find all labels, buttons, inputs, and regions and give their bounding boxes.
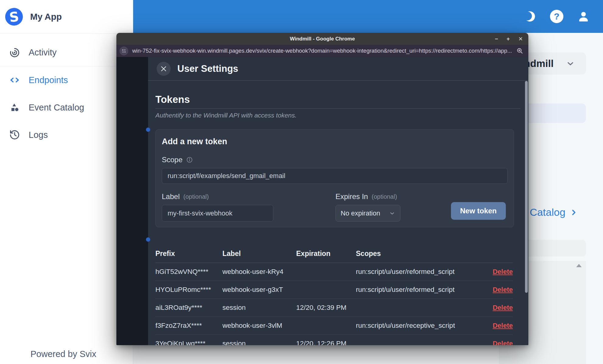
chrome-window: Windmill - Google Chrome − + ✕ win-752-f… (116, 33, 528, 345)
sidebar-item-label: Logs (29, 130, 48, 140)
token-options-row: Label (optional) my-first-svix-webhook E… (162, 192, 508, 220)
header-icon-group: ? (523, 0, 590, 33)
user-menu-button[interactable] (577, 10, 590, 23)
code-brackets-icon (9, 75, 20, 86)
scope-label: Scope (162, 156, 183, 164)
scope-field-group: Scope run:script/f/examples/send_gmail_e… (162, 156, 508, 184)
table-header-row: Prefix Label Expiration Scopes (155, 244, 513, 263)
history-clock-icon (9, 129, 20, 140)
tokens-subtitle: Authentify to the Windmill API with acce… (155, 112, 520, 119)
drawer-title: User Settings (177, 63, 238, 74)
table-row: f3FzoZ7raX**** webhook-user-3vlM run:scr… (155, 317, 513, 335)
token-label: session (222, 304, 296, 312)
app-brand: S My App (0, 0, 133, 34)
token-prefix: hGiT52wVNQ**** (155, 268, 222, 276)
scope-label-row: Scope (162, 156, 508, 164)
powered-by-svix: Powered by Svix (30, 349, 96, 359)
delete-cell: Delete (487, 340, 513, 345)
token-label: webhook-user-g3xT (222, 286, 296, 294)
add-token-title: Add a new token (162, 137, 508, 146)
chevron-down-icon (389, 210, 395, 216)
help-icon: ? (550, 10, 563, 23)
maximize-button[interactable]: + (506, 36, 510, 42)
expires-field-group: Expires In (optional) No expiration (335, 192, 400, 222)
token-expiration: 12/20, 02:39 PM (296, 304, 356, 312)
sidebar-item-label: Activity (29, 47, 57, 58)
browser-url-bar: win-752-fix-svix-webhook-win.windmill.pa… (116, 45, 528, 57)
window-titlebar[interactable]: Windmill - Google Chrome − + ✕ (116, 33, 528, 45)
table-row: HYOLuPRomc**** webhook-user-g3xT run:scr… (155, 281, 513, 299)
app-sidebar: S My App Activity Endpoints Event Catalo… (0, 0, 133, 364)
add-token-card: Add a new token Scope run:script/f/examp… (155, 129, 514, 227)
sidebar-item-logs[interactable]: Logs (0, 121, 133, 149)
token-label-input[interactable]: my-first-svix-webhook (162, 205, 273, 222)
expires-optional-hint: (optional) (372, 193, 397, 200)
shapes-icon (9, 102, 20, 113)
info-icon[interactable] (186, 156, 193, 163)
label-label: Label (162, 192, 180, 201)
help-button[interactable]: ? (550, 10, 563, 23)
user-settings-drawer: User Settings Tokens Authentify to the W… (148, 57, 528, 345)
drawer-content: Tokens Authentify to the Windmill API wi… (148, 81, 528, 345)
sidebar-item-event-catalog[interactable]: Event Catalog (0, 94, 133, 121)
sidebar-item-activity[interactable]: Activity (0, 39, 133, 66)
tokens-table: Prefix Label Expiration Scopes hGiT52wVN… (155, 244, 513, 345)
user-icon (577, 10, 590, 23)
expires-selected-value: No expiration (341, 209, 380, 217)
delete-token-link[interactable]: Delete (493, 304, 513, 311)
sidebar-item-label: Endpoints (29, 75, 68, 85)
label-field-group: Label (optional) my-first-svix-webhook (162, 192, 273, 222)
new-token-button[interactable]: New token (451, 202, 506, 220)
col-header-prefix: Prefix (155, 250, 222, 258)
delete-token-link[interactable]: Delete (493, 340, 513, 345)
url-input[interactable]: win-752-fix-svix-webhook-win.windmill.pa… (132, 47, 512, 54)
dark-mode-toggle[interactable] (523, 10, 537, 23)
minimize-button[interactable]: − (495, 36, 498, 42)
col-header-label: Label (222, 250, 296, 258)
close-icon (161, 66, 167, 72)
scroll-up-arrow-icon[interactable] (576, 264, 582, 267)
close-drawer-button[interactable] (157, 62, 171, 76)
activity-gauge-icon (9, 47, 20, 58)
token-prefix: 3YeOiKpLwq**** (155, 340, 222, 345)
col-header-expiration: Expiration (296, 250, 356, 258)
token-scopes: run:script/u/user/reformed_script (356, 286, 487, 294)
browser-page-background: User Settings Tokens Authentify to the W… (116, 57, 528, 345)
delete-cell: Delete (487, 304, 513, 312)
token-prefix: HYOLuPRomc**** (155, 286, 222, 294)
svix-logo: S (4, 7, 24, 26)
close-window-button[interactable]: ✕ (518, 36, 523, 42)
zoom-icon[interactable] (516, 47, 523, 54)
sidebar-item-endpoints[interactable]: Endpoints (0, 66, 133, 94)
sidebar-item-label: Event Catalog (29, 103, 84, 113)
table-row: aiL3ROat9y**** session 12/20, 02:39 PM D… (155, 299, 513, 317)
token-scopes: run:script/u/user/reformed_script (356, 268, 487, 276)
delete-token-link[interactable]: Delete (493, 322, 513, 329)
delete-cell: Delete (487, 286, 513, 294)
window-controls: − + ✕ (495, 33, 523, 45)
expires-label: Expires In (335, 192, 368, 201)
scope-input[interactable]: run:script/f/examples/send_gmail_email (162, 168, 508, 184)
site-settings-badge[interactable] (119, 47, 128, 55)
app-title: My App (30, 12, 62, 22)
token-prefix: aiL3ROat9y**** (155, 304, 222, 312)
delete-token-link[interactable]: Delete (493, 286, 513, 293)
delete-cell: Delete (487, 268, 513, 276)
chevron-down-icon (566, 59, 575, 68)
table-row: 3YeOiKpLwq**** session 12/20, 12:26 PM D… (155, 335, 513, 345)
token-prefix: f3FzoZ7raX**** (155, 322, 222, 330)
token-expiration: 12/20, 12:26 PM (296, 340, 356, 345)
moon-icon (523, 10, 536, 23)
sidebar-nav: Activity Endpoints Event Catalog Logs (0, 34, 133, 149)
delete-token-link[interactable]: Delete (493, 268, 513, 275)
col-header-scopes: Scopes (356, 250, 487, 258)
token-label: webhook-user-kRy4 (222, 268, 296, 276)
label-optional-hint: (optional) (183, 193, 209, 200)
table-row: hGiT52wVNQ**** webhook-user-kRy4 run:scr… (155, 263, 513, 281)
tokens-heading: Tokens (155, 94, 520, 109)
token-scopes: run:script/u/user/receptive_script (356, 322, 487, 330)
chevron-right-icon (570, 208, 578, 216)
token-label: session (222, 340, 296, 345)
expires-select[interactable]: No expiration (335, 205, 400, 222)
window-title: Windmill - Google Chrome (290, 36, 355, 42)
